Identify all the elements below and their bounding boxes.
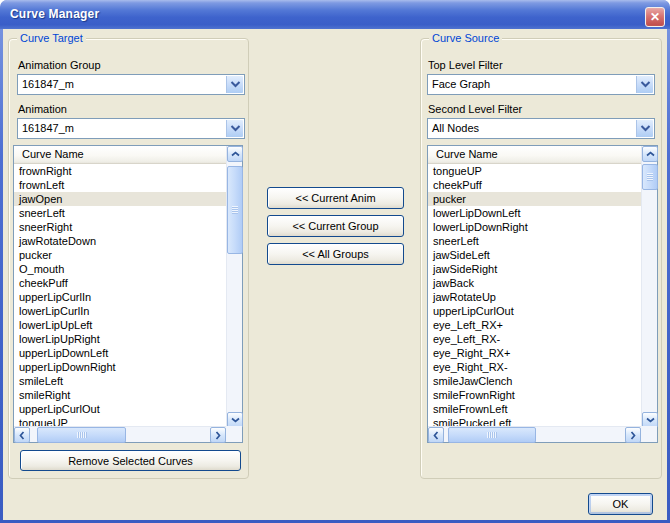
curve-target-rows: frownRightfrownLeftjawOpensneerLeftsneer…	[14, 164, 226, 428]
list-item[interactable]: eye_Right_RX+	[428, 346, 641, 360]
animation-value: 161847_m	[18, 119, 225, 138]
animation-group-combobox[interactable]: 161847_m	[17, 74, 245, 95]
animation-label: Animation	[18, 103, 67, 116]
curve-name-column-header[interactable]: Curve Name	[14, 146, 242, 164]
scroll-up-icon[interactable]	[642, 146, 658, 162]
scrollbar-corner	[641, 426, 657, 442]
top-level-filter-label: Top Level Filter	[428, 59, 503, 72]
scroll-up-icon[interactable]	[227, 146, 243, 162]
curve-source-rows: tongueUPcheekPuffpuckerlowerLipDownLeftl…	[428, 164, 641, 428]
curve-target-caption: Curve Target	[17, 32, 86, 44]
list-item[interactable]: smileFrownLeft	[428, 402, 641, 416]
top-level-filter-combobox[interactable]: Face Graph	[427, 74, 655, 95]
window-title: Curve Manager	[10, 7, 99, 21]
list-item[interactable]: frownRight	[14, 164, 226, 178]
list-item[interactable]: upperLipCurlIn	[14, 290, 226, 304]
scrollbar-corner	[226, 426, 242, 442]
chevron-down-icon[interactable]	[226, 76, 243, 93]
animation-group-label: Animation Group	[18, 59, 101, 72]
list-item[interactable]: jawRotateDown	[14, 234, 226, 248]
curve-target-list: Curve Name frownRightfrownLeftjawOpensne…	[13, 145, 243, 443]
close-button[interactable]: ✕	[645, 7, 665, 27]
list-item[interactable]: smileRight	[14, 388, 226, 402]
animation-combobox[interactable]: 161847_m	[17, 118, 245, 139]
chevron-down-icon[interactable]	[226, 120, 243, 137]
list-item[interactable]: lowerLipDownLeft	[428, 206, 641, 220]
list-item[interactable]: lowerLipDownRight	[428, 220, 641, 234]
ok-button[interactable]: OK	[588, 493, 653, 515]
transfer-current-anim-button[interactable]: << Current Anim	[267, 187, 404, 209]
horizontal-scroll-thumb[interactable]	[448, 427, 536, 443]
chevron-down-icon[interactable]	[636, 120, 653, 137]
list-item[interactable]: pucker	[428, 192, 641, 206]
list-item[interactable]: sneerLeft	[14, 206, 226, 220]
dialog-body: Curve Target Animation Group 161847_m An…	[3, 29, 667, 520]
vertical-scrollbar[interactable]	[226, 146, 242, 428]
curve-manager-dialog: Curve Manager ✕ Curve Target Animation G…	[0, 0, 670, 523]
list-item[interactable]: tongueUP	[428, 164, 641, 178]
list-item[interactable]: lowerLipUpLeft	[14, 318, 226, 332]
list-item[interactable]: lowerLipCurlIn	[14, 304, 226, 318]
list-item[interactable]: sneerLeft	[428, 234, 641, 248]
transfer-current-group-button[interactable]: << Current Group	[267, 215, 404, 237]
horizontal-scroll-thumb[interactable]	[37, 427, 126, 443]
list-item[interactable]: frownLeft	[14, 178, 226, 192]
list-item[interactable]: eye_Left_RX-	[428, 332, 641, 346]
list-item[interactable]: jawSideRight	[428, 262, 641, 276]
list-item[interactable]: smileFrownRight	[428, 388, 641, 402]
scroll-right-icon[interactable]	[210, 427, 226, 443]
curve-source-list: Curve Name tongueUPcheekPuffpuckerlowerL…	[427, 145, 658, 443]
close-icon: ✕	[650, 10, 660, 24]
list-item[interactable]: jawRotateUp	[428, 290, 641, 304]
horizontal-scrollbar[interactable]	[428, 426, 641, 442]
scroll-left-icon[interactable]	[428, 427, 444, 443]
list-item[interactable]: upperLipCurlOut	[428, 304, 641, 318]
second-level-filter-label: Second Level Filter	[428, 103, 522, 116]
scroll-left-icon[interactable]	[14, 427, 30, 443]
list-item[interactable]: jawBack	[428, 276, 641, 290]
title-bar[interactable]: Curve Manager ✕	[0, 0, 670, 29]
scroll-right-icon[interactable]	[625, 427, 641, 443]
curve-source-caption: Curve Source	[429, 32, 502, 44]
transfer-all-groups-button[interactable]: << All Groups	[267, 243, 404, 265]
list-item[interactable]: jawOpen	[14, 192, 226, 206]
list-item[interactable]: upperLipCurlOut	[14, 402, 226, 416]
list-item[interactable]: sneerRight	[14, 220, 226, 234]
vertical-scroll-thumb[interactable]	[642, 164, 658, 190]
list-item[interactable]: upperLipDownRight	[14, 360, 226, 374]
list-item[interactable]: jawSideLeft	[428, 248, 641, 262]
list-item[interactable]: cheekPuff	[14, 276, 226, 290]
list-item[interactable]: O_mouth	[14, 262, 226, 276]
top-level-filter-value: Face Graph	[428, 75, 635, 94]
list-item[interactable]: smileLeft	[14, 374, 226, 388]
list-item[interactable]: lowerLipUpRight	[14, 332, 226, 346]
list-item[interactable]: upperLipDownLeft	[14, 346, 226, 360]
list-item[interactable]: pucker	[14, 248, 226, 262]
list-item[interactable]: smileJawClench	[428, 374, 641, 388]
remove-selected-curves-button[interactable]: Remove Selected Curves	[20, 450, 241, 471]
list-item[interactable]: cheekPuff	[428, 178, 641, 192]
vertical-scroll-thumb[interactable]	[227, 166, 243, 254]
second-level-filter-combobox[interactable]: All Nodes	[427, 118, 655, 139]
list-item[interactable]: eye_Right_RX-	[428, 360, 641, 374]
animation-group-value: 161847_m	[18, 75, 225, 94]
list-item[interactable]: eye_Left_RX+	[428, 318, 641, 332]
second-level-filter-value: All Nodes	[428, 119, 635, 138]
vertical-scrollbar[interactable]	[641, 146, 657, 428]
curve-name-column-header[interactable]: Curve Name	[428, 146, 657, 164]
chevron-down-icon[interactable]	[636, 76, 653, 93]
horizontal-scrollbar[interactable]	[14, 426, 226, 442]
